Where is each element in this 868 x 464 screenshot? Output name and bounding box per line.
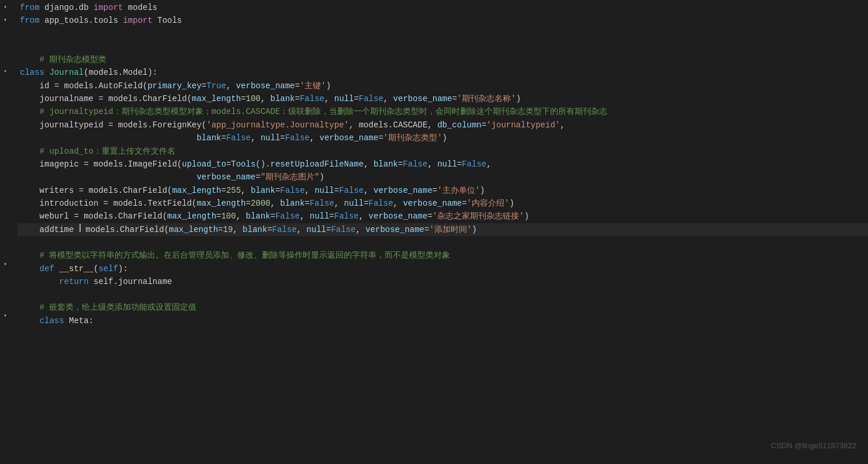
token-plain: , bbox=[560, 119, 565, 131]
token-plain: , bbox=[355, 223, 365, 236]
token-op: = bbox=[241, 92, 245, 105]
token-bool: False bbox=[226, 131, 251, 144]
code-line-1: from django.db import models bbox=[18, 1, 868, 14]
token-plain: , bbox=[383, 92, 393, 105]
fold-marker-13 bbox=[2, 155, 9, 168]
token-op: = bbox=[334, 184, 339, 197]
token-plain: , bbox=[241, 184, 251, 197]
code-line-3 bbox=[18, 27, 868, 40]
token-plain: , bbox=[305, 184, 314, 197]
token-bool: True bbox=[206, 79, 226, 92]
token-plain: models.CharField( bbox=[81, 223, 169, 236]
code-line-10: journaltypeid = models.ForeignKey('app_j… bbox=[18, 119, 868, 131]
token-str: 'journaltypeid' bbox=[486, 119, 560, 131]
token-plain: models bbox=[123, 1, 157, 14]
token-kw: class bbox=[20, 66, 44, 79]
fold-marker-4 bbox=[2, 40, 9, 53]
token-plain: , bbox=[226, 79, 236, 92]
fold-marker-23 bbox=[2, 284, 9, 297]
token-num: 100 bbox=[221, 210, 236, 223]
token-op: = bbox=[267, 223, 272, 236]
code-line-19 bbox=[18, 236, 868, 249]
token-str: "期刊杂志图片" bbox=[261, 171, 320, 183]
token-plain: (models.Model): bbox=[84, 66, 157, 79]
token-plain: ) bbox=[319, 171, 324, 183]
token-str: '期刊杂志名称' bbox=[457, 92, 516, 105]
token-op: = bbox=[245, 197, 250, 210]
token-op: = bbox=[364, 197, 368, 210]
fold-marker-21[interactable]: ▾ bbox=[2, 258, 9, 271]
token-plain: id = models.AutoField( bbox=[20, 79, 147, 92]
code-line-2: from app_tools.tools import Tools bbox=[18, 14, 868, 27]
code-line-25: class Meta: bbox=[18, 314, 868, 327]
token-plain: ): bbox=[118, 262, 128, 275]
token-num: 2000 bbox=[251, 197, 271, 210]
fold-marker-17 bbox=[2, 207, 9, 220]
fold-marker-2[interactable]: ▾ bbox=[2, 14, 9, 27]
token-op: = bbox=[398, 158, 403, 171]
code-line-17: weburl = models.CharField(max_length=100… bbox=[18, 210, 868, 223]
token-op: = bbox=[295, 79, 300, 92]
token-op: = bbox=[255, 171, 260, 183]
token-param: verbose_name bbox=[320, 131, 379, 144]
fold-marker-11 bbox=[2, 130, 9, 143]
fold-marker-1[interactable]: ▾ bbox=[2, 1, 9, 14]
token-plain: , bbox=[364, 184, 374, 197]
token-cls: Journal bbox=[49, 66, 84, 79]
token-param: null bbox=[437, 158, 457, 171]
token-param: blank bbox=[251, 184, 275, 197]
token-param: blank bbox=[246, 210, 271, 223]
token-op: = bbox=[202, 79, 206, 92]
token-param: db_column bbox=[437, 119, 482, 131]
code-line-12: # upload_to：重置上传文件文件名 bbox=[18, 145, 868, 158]
token-op: = bbox=[221, 184, 226, 197]
code-line-18: addtime models.CharField(max_length=19, … bbox=[18, 223, 868, 236]
fold-marker-6[interactable]: ▾ bbox=[2, 65, 9, 78]
code-line-6: class Journal(models.Model): bbox=[18, 66, 868, 79]
token-bool: False bbox=[339, 184, 364, 197]
token-str: '内容介绍' bbox=[467, 197, 510, 210]
token-fn: __str__ bbox=[59, 262, 94, 275]
token-plain: ) bbox=[524, 210, 529, 223]
token-plain bbox=[20, 262, 40, 275]
token-op: = bbox=[326, 223, 331, 236]
code-area[interactable]: from django.db import modelsfrom app_too… bbox=[11, 0, 868, 464]
code-line-23 bbox=[18, 288, 868, 301]
token-param: verbose_name bbox=[20, 171, 255, 183]
token-param: max_length bbox=[167, 210, 216, 223]
token-plain bbox=[20, 275, 59, 288]
token-plain: django.db bbox=[40, 1, 94, 14]
token-bool: False bbox=[300, 92, 324, 105]
token-plain: , bbox=[393, 197, 403, 210]
token-kw2: import bbox=[123, 14, 152, 27]
code-line-22: return self.journalname bbox=[18, 275, 868, 288]
token-bool: False bbox=[403, 158, 427, 171]
token-op: = bbox=[295, 92, 300, 105]
token-plain: writers = models.CharField( bbox=[20, 184, 172, 197]
token-plain: , bbox=[261, 92, 271, 105]
token-param: verbose_name bbox=[374, 184, 433, 197]
token-param: null bbox=[344, 197, 364, 210]
token-op: = bbox=[354, 92, 358, 105]
token-kw: from bbox=[20, 14, 40, 27]
token-plain: self.journalname bbox=[89, 275, 172, 288]
token-param: blank bbox=[20, 131, 221, 144]
token-op: = bbox=[280, 131, 285, 144]
token-op: = bbox=[433, 184, 437, 197]
fold-marker-15 bbox=[2, 181, 9, 194]
token-comment: # journaltypeid：期刊杂志类型模型对象；models.CASCAD… bbox=[20, 105, 607, 118]
token-comment: # 期刊杂志模型类 bbox=[40, 53, 107, 66]
token-plain bbox=[44, 66, 49, 79]
token-plain: , bbox=[310, 131, 320, 144]
token-plain: , bbox=[364, 158, 374, 171]
editor-container: ▾▾▾▾▾ from django.db import modelsfrom a… bbox=[0, 0, 868, 464]
fold-marker-7 bbox=[2, 78, 9, 91]
token-param: primary_key bbox=[147, 79, 201, 92]
token-comment: # 嵌套类，给上级类添加功能或设置固定值 bbox=[20, 301, 196, 314]
fold-marker-9 bbox=[2, 104, 9, 117]
token-plain: weburl = models.CharField( bbox=[20, 210, 167, 223]
fold-marker-24 bbox=[2, 297, 9, 310]
watermark: CSDN @linge511873822 bbox=[771, 440, 856, 452]
fold-marker-25[interactable]: ▾ bbox=[2, 310, 9, 323]
token-bool: False bbox=[369, 197, 393, 210]
